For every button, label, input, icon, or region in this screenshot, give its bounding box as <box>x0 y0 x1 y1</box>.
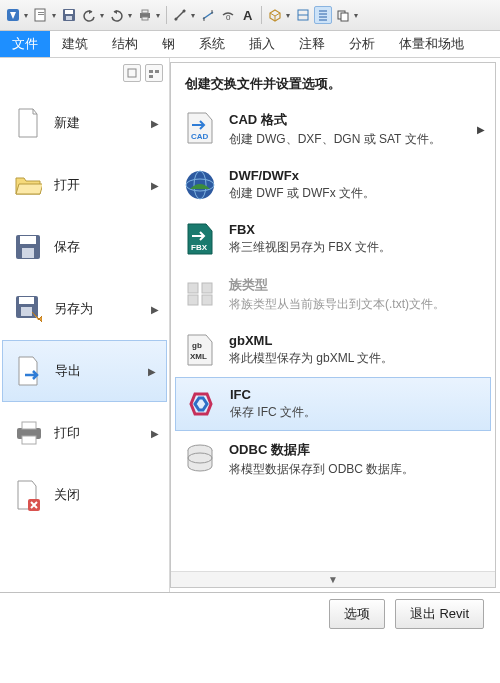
tab-architecture[interactable]: 建筑 <box>50 31 100 57</box>
svg-rect-46 <box>202 283 212 293</box>
menu-label: 关闭 <box>54 486 80 504</box>
svg-rect-29 <box>149 75 153 78</box>
close-icon <box>14 479 42 511</box>
gbxml-icon: gbXML <box>183 333 217 367</box>
svg-rect-48 <box>202 295 212 305</box>
chevron-right-icon: ▶ <box>151 304 159 315</box>
export-item-dwf[interactable]: DWF/DWFx 创建 DWF 或 DWFx 文件。 <box>171 158 495 212</box>
thin-lines-icon[interactable] <box>314 6 332 24</box>
svg-rect-37 <box>22 422 36 429</box>
menu-item-print[interactable]: 打印 ▶ <box>0 402 169 464</box>
revit-logo-icon[interactable] <box>4 6 22 24</box>
export-desc: 将族类型从当前族导出到文本(.txt)文件。 <box>229 296 469 313</box>
chevron-right-icon: ▶ <box>151 180 159 191</box>
qat-dropdown-icon[interactable]: ▾ <box>156 11 162 20</box>
section-icon[interactable] <box>294 6 312 24</box>
align-dimension-icon[interactable] <box>199 6 217 24</box>
tab-file[interactable]: 文件 <box>0 31 50 57</box>
text-icon[interactable]: A <box>239 6 257 24</box>
recent-small-icon[interactable] <box>123 64 141 82</box>
export-item-gbxml[interactable]: gbXML gbXML 将此模型保存为 gbXML 文件。 <box>171 323 495 377</box>
close-hidden-icon[interactable] <box>334 6 352 24</box>
qat-dropdown-icon[interactable]: ▾ <box>191 11 197 20</box>
undo-icon[interactable] <box>80 6 98 24</box>
menu-item-saveas[interactable]: 另存为 ▶ <box>0 278 169 340</box>
dwf-icon <box>183 168 217 202</box>
qat-dropdown-icon[interactable]: ▾ <box>354 11 360 20</box>
export-desc: 创建 DWF 或 DWFx 文件。 <box>229 185 469 202</box>
svg-rect-27 <box>149 70 153 73</box>
tab-massing[interactable]: 体量和场地 <box>387 31 476 57</box>
open-doc-icon[interactable] <box>32 6 50 24</box>
saveas-icon <box>14 293 42 325</box>
tab-steel[interactable]: 钢 <box>150 31 187 57</box>
menu-item-open[interactable]: 打开 ▶ <box>0 154 169 216</box>
qat-dropdown-icon[interactable]: ▾ <box>24 11 30 20</box>
exit-revit-button[interactable]: 退出 Revit <box>395 599 484 629</box>
3d-view-icon[interactable] <box>266 6 284 24</box>
menu-item-export[interactable]: 导出 ▶ <box>2 340 167 402</box>
panel-header: 创建交换文件并设置选项。 <box>171 63 495 101</box>
menu-item-new[interactable]: 新建 ▶ <box>0 92 169 154</box>
tab-systems[interactable]: 系统 <box>187 31 237 57</box>
svg-text:CAD: CAD <box>191 132 209 141</box>
menu-item-close[interactable]: 关闭 <box>0 464 169 526</box>
qat-dropdown-icon[interactable]: ▾ <box>100 11 106 20</box>
svg-text:XML: XML <box>190 352 207 361</box>
save-icon[interactable] <box>60 6 78 24</box>
file-menu-footer: 选项 退出 Revit <box>0 593 500 635</box>
chevron-right-icon: ▶ <box>151 118 159 129</box>
export-title: FBX <box>229 222 469 237</box>
print-icon[interactable] <box>136 6 154 24</box>
svg-rect-2 <box>38 12 44 13</box>
svg-rect-3 <box>38 14 44 15</box>
export-title: ODBC 数据库 <box>229 441 469 459</box>
svg-rect-6 <box>66 16 72 20</box>
fbx-icon: FBX <box>183 222 217 256</box>
file-menu-list: 新建 ▶ 打开 ▶ 保存 另存为 ▶ <box>0 88 169 592</box>
cad-icon: CAD <box>183 111 217 145</box>
export-list: CAD CAD 格式 创建 DWG、DXF、DGN 或 SAT 文件。 ▶ DW… <box>171 101 495 571</box>
svg-rect-34 <box>19 297 34 304</box>
new-icon <box>14 107 42 139</box>
export-item-fbx[interactable]: FBX FBX 将三维视图另存为 FBX 文件。 <box>171 212 495 266</box>
measure-icon[interactable] <box>171 6 189 24</box>
print-icon <box>14 417 42 449</box>
recent-large-icon[interactable] <box>145 64 163 82</box>
menu-item-save[interactable]: 保存 <box>0 216 169 278</box>
svg-point-11 <box>175 18 178 21</box>
tag-icon[interactable]: 0 <box>219 6 237 24</box>
export-item-cad[interactable]: CAD CAD 格式 创建 DWG、DXF、DGN 或 SAT 文件。 ▶ <box>171 101 495 158</box>
qat-dropdown-icon[interactable]: ▾ <box>286 11 292 20</box>
tab-insert[interactable]: 插入 <box>237 31 287 57</box>
menu-label: 打印 <box>54 424 80 442</box>
export-item-odbc[interactable]: ODBC 数据库 将模型数据保存到 ODBC 数据库。 <box>171 431 495 488</box>
export-item-family: 族类型 将族类型从当前族导出到文本(.txt)文件。 <box>171 266 495 323</box>
export-desc: 将模型数据保存到 ODBC 数据库。 <box>229 461 469 478</box>
svg-text:A: A <box>243 8 253 22</box>
tab-analyze[interactable]: 分析 <box>337 31 387 57</box>
redo-icon[interactable] <box>108 6 126 24</box>
svg-rect-8 <box>142 10 148 13</box>
qat-dropdown-icon[interactable]: ▾ <box>128 11 134 20</box>
export-desc: 创建 DWG、DXF、DGN 或 SAT 文件。 <box>229 131 469 148</box>
svg-rect-45 <box>188 283 198 293</box>
svg-text:0: 0 <box>226 13 231 22</box>
menu-label: 打开 <box>54 176 80 194</box>
svg-rect-5 <box>65 10 73 14</box>
export-title: gbXML <box>229 333 469 348</box>
scroll-down-icon[interactable]: ▼ <box>171 571 495 587</box>
menu-label: 另存为 <box>54 300 93 318</box>
qat-dropdown-icon[interactable]: ▾ <box>52 11 58 20</box>
open-icon <box>14 169 42 201</box>
tab-annotate[interactable]: 注释 <box>287 31 337 57</box>
recent-docs-toolbar <box>0 58 169 88</box>
odbc-icon <box>183 441 217 475</box>
tab-structure[interactable]: 结构 <box>100 31 150 57</box>
ifc-icon <box>184 387 218 421</box>
file-menu-left: 新建 ▶ 打开 ▶ 保存 另存为 ▶ <box>0 58 170 592</box>
options-button[interactable]: 选项 <box>329 599 385 629</box>
file-menu-panel: 新建 ▶ 打开 ▶ 保存 另存为 ▶ <box>0 58 500 593</box>
menu-label: 导出 <box>55 362 81 380</box>
export-item-ifc[interactable]: IFC 保存 IFC 文件。 <box>175 377 491 431</box>
